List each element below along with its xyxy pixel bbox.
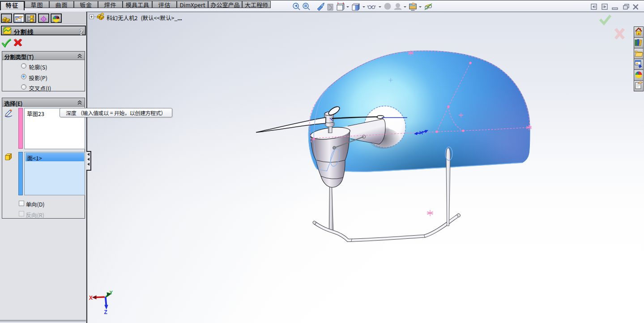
svg-text:Z: Z (104, 309, 107, 315)
svg-text:Y: Y (110, 290, 113, 295)
svg-text:X: X (89, 295, 93, 301)
